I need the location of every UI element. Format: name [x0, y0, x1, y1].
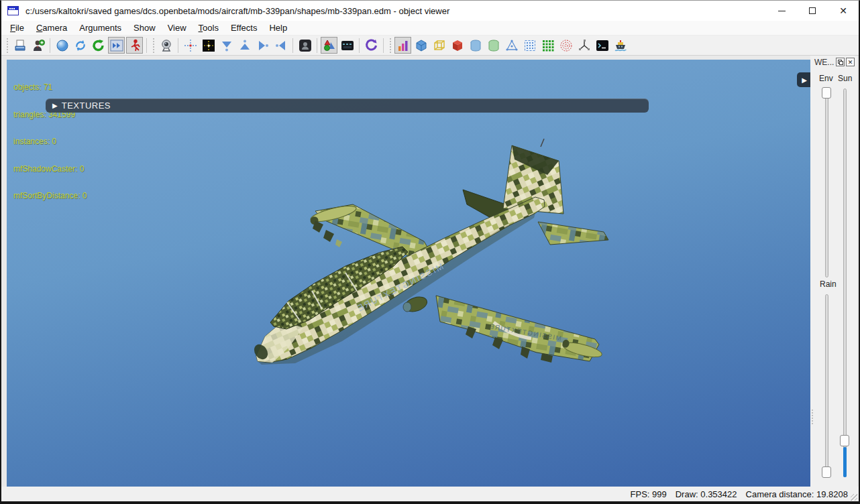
- menu-view[interactable]: View: [162, 21, 193, 34]
- model-viewport[interactable]: MISSINGTEXTURE MISSINGTEXTURE objects: 7…: [7, 60, 812, 487]
- render-stats: objects: 71 triangles: 341599 instances:…: [13, 65, 87, 219]
- textures-bar-label: TEXTURES: [62, 101, 111, 111]
- aircraft-model[interactable]: MISSINGTEXTURE MISSINGTEXTURE: [7, 60, 812, 487]
- menu-show[interactable]: Show: [127, 21, 162, 34]
- menu-camera[interactable]: Camera: [30, 21, 73, 34]
- stat-shadowcaster: mfShadowCaster: 0: [13, 165, 87, 174]
- rain-slider-thumb[interactable]: [822, 466, 831, 478]
- stat-sortby: mfSortByDistance: 0: [13, 192, 87, 201]
- panel-close-icon: ✕: [848, 59, 853, 66]
- axis-tripod-icon[interactable]: [576, 37, 592, 54]
- camera-up-icon[interactable]: [236, 37, 253, 54]
- menu-effects[interactable]: Effects: [225, 21, 264, 34]
- webcam-icon[interactable]: [158, 37, 174, 54]
- expand-play-icon[interactable]: ▶: [52, 102, 58, 109]
- walk-animation-icon[interactable]: [126, 37, 143, 54]
- sun-label: Sun: [838, 74, 852, 83]
- play-icon: ▶: [802, 76, 807, 84]
- toolbar-grip[interactable]: [388, 38, 392, 53]
- crosshair-icon[interactable]: [182, 37, 199, 54]
- env-label: Env: [819, 74, 833, 83]
- object-viewer-window: c:/users/kaltokri/saved games/dcs.openbe…: [0, 0, 860, 504]
- close-button[interactable]: ✕: [828, 1, 859, 21]
- window-title: c:/users/kaltokri/saved games/dcs.openbe…: [25, 6, 449, 16]
- sun-slider-fill: [843, 447, 847, 477]
- toolbar: [1, 36, 859, 56]
- reload-green-icon[interactable]: [90, 37, 107, 54]
- toolbar-grip[interactable]: [152, 38, 155, 53]
- cube-blue-icon[interactable]: [413, 37, 429, 54]
- minimize-icon: [778, 11, 786, 11]
- rain-slider-track[interactable]: [825, 294, 828, 477]
- cube-red-icon[interactable]: [449, 37, 466, 54]
- toolbar-grip[interactable]: [5, 38, 9, 53]
- weather-panel-title: WE...: [814, 58, 835, 67]
- refresh-blue-icon[interactable]: [72, 37, 89, 54]
- camera-left-icon[interactable]: [272, 37, 289, 54]
- rain-label: Rain: [820, 279, 837, 289]
- shapes-icon[interactable]: [321, 37, 337, 54]
- draw-value: Draw: 0.353422: [676, 489, 737, 499]
- fast-forward-icon[interactable]: [108, 37, 125, 54]
- maximize-icon: [809, 7, 816, 14]
- panel-close-button[interactable]: ✕: [846, 58, 855, 66]
- cockpit-icon[interactable]: [339, 37, 356, 54]
- env-slider-thumb[interactable]: [822, 87, 831, 99]
- cube-wire-yellow-icon[interactable]: [431, 37, 447, 54]
- weather-panel: WE... ✕ Env Sun Rain: [810, 56, 857, 487]
- wireframe-pyramid-icon[interactable]: [503, 37, 520, 54]
- minimize-button[interactable]: [766, 1, 797, 21]
- resize-grip[interactable]: [851, 494, 857, 501]
- cylinder-blue-icon[interactable]: [467, 37, 484, 54]
- maximize-button[interactable]: [797, 1, 828, 21]
- env-slider-track[interactable]: [825, 88, 828, 277]
- close-icon: ✕: [839, 6, 847, 15]
- stat-objects: objects: 71: [13, 83, 87, 92]
- sun-slider-track[interactable]: [843, 88, 847, 477]
- statistics-bars-icon[interactable]: [394, 37, 411, 54]
- panel-float-button[interactable]: [836, 58, 845, 66]
- grid-green-icon[interactable]: [539, 37, 556, 54]
- fps-value: FPS: 999: [631, 489, 667, 499]
- menu-tools[interactable]: Tools: [193, 21, 225, 34]
- rotate-purple-icon[interactable]: [363, 37, 380, 54]
- camera-distance-value: Camera distance: 19.8208: [746, 489, 848, 499]
- bounding-box-icon[interactable]: [521, 37, 538, 54]
- camera-down-icon[interactable]: [218, 37, 235, 54]
- local-origin-icon[interactable]: [200, 37, 217, 54]
- console-icon[interactable]: [594, 37, 610, 54]
- textures-bar[interactable]: ▶ TEXTURES: [46, 99, 649, 113]
- menu-help[interactable]: Help: [263, 21, 293, 34]
- add-user-icon[interactable]: [30, 37, 46, 54]
- panel-reveal-button[interactable]: ▶: [797, 72, 812, 87]
- cylinder-green-icon[interactable]: [485, 37, 502, 54]
- app-icon: [7, 6, 19, 15]
- status-bar: FPS: 999 Draw: 0.353422 Camera distance:…: [1, 487, 859, 502]
- rings-red-icon[interactable]: [557, 37, 574, 54]
- menu-arguments[interactable]: Arguments: [73, 21, 127, 34]
- menu-file[interactable]: File: [4, 21, 30, 34]
- open-model-icon[interactable]: [11, 37, 28, 54]
- panel-grip[interactable]: [812, 410, 814, 424]
- stat-instances: instances: 0: [13, 137, 87, 147]
- ship-icon[interactable]: [612, 37, 629, 54]
- globe-icon[interactable]: [54, 37, 70, 54]
- title-bar: c:/users/kaltokri/saved games/dcs.openbe…: [1, 1, 859, 21]
- menu-bar: File Camera Arguments Show View Tools Ef…: [1, 21, 859, 36]
- sun-slider-thumb[interactable]: [840, 435, 849, 446]
- camera-right-icon[interactable]: [254, 37, 271, 54]
- dark-person-icon[interactable]: [297, 37, 313, 54]
